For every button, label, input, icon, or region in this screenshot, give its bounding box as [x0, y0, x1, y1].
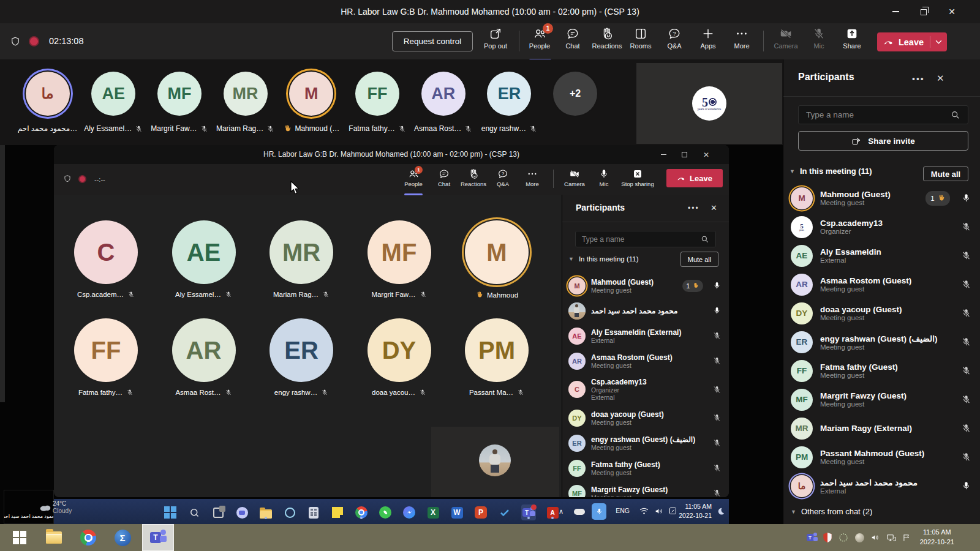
self-video-tile[interactable]: [431, 427, 559, 497]
weather-widget[interactable]: 24°C Cloudy: [53, 500, 72, 515]
mic-button[interactable]: Mic: [802, 27, 835, 58]
search-input[interactable]: Type a name: [798, 105, 968, 124]
mute-all-button[interactable]: Mute all: [923, 167, 968, 181]
speaker-icon[interactable]: [654, 506, 664, 516]
shared-chat-button[interactable]: Chat: [429, 168, 459, 194]
filmstrip-participant[interactable]: MF Margrit Faw…: [146, 63, 212, 141]
participant-row[interactable]: MMahmoud (Guest)Meeting guest1: [562, 273, 729, 298]
sticky-notes-icon[interactable]: [330, 504, 345, 520]
teams-icon[interactable]: T: [521, 504, 536, 520]
filmstrip-participant[interactable]: M Mahmoud (…: [279, 63, 344, 141]
mic-off-icon[interactable]: [961, 452, 971, 462]
chrome-icon[interactable]: [354, 504, 369, 520]
rooms-button[interactable]: Rooms: [624, 27, 657, 58]
mic-on-icon[interactable]: [712, 281, 722, 290]
mic-off-icon[interactable]: [712, 489, 722, 497]
tray-volume-icon[interactable]: [867, 524, 883, 551]
shared-leave-button[interactable]: Leave: [666, 169, 723, 187]
teams-button-active[interactable]: T: [142, 524, 174, 551]
filmstrip-participant[interactable]: +2: [543, 63, 608, 141]
shared-maximize-button[interactable]: [674, 145, 695, 164]
pen-icon[interactable]: [668, 506, 677, 515]
mic-off-icon[interactable]: [712, 413, 722, 422]
taskbar-clock[interactable]: 11:05 AM 2022-10-21: [920, 527, 954, 547]
grid-participant-tile[interactable]: C Csp.academ…: [60, 220, 152, 298]
whatsapp-icon[interactable]: [378, 504, 393, 520]
participant-row[interactable]: DYdoaa yacoup (Guest)Meeting guest: [562, 405, 729, 430]
cortana-icon[interactable]: [282, 504, 297, 520]
grid-participant-tile[interactable]: AR Asmaa Rost…: [158, 318, 250, 396]
participant-row[interactable]: DYdoaa yacoup (Guest)Meeting guest: [783, 299, 980, 328]
close-button[interactable]: ✕: [938, 0, 966, 23]
mic-off-icon[interactable]: [961, 308, 971, 318]
shared-reactions-button[interactable]: Reactions: [458, 168, 489, 194]
participant-row[interactable]: ARAsmaa Rostom (Guest)Meeting guest: [562, 348, 729, 373]
chrome-button[interactable]: [74, 524, 103, 551]
participant-row[interactable]: AEAly EssameldinExternal: [783, 241, 980, 270]
more-button[interactable]: More: [725, 27, 758, 58]
participant-row[interactable]: مامحمود محمد احمد سيد احمدExternal: [783, 471, 980, 500]
panel-more-icon[interactable]: •••: [688, 204, 699, 212]
math-app-button[interactable]: Σ: [108, 524, 137, 551]
mic-on-icon[interactable]: [712, 306, 722, 315]
in-meeting-section[interactable]: ▼ In this meeting (11): [790, 167, 872, 176]
mic-off-icon[interactable]: [712, 331, 722, 340]
tray-sync-icon[interactable]: [835, 524, 851, 551]
minimize-button[interactable]: [881, 0, 910, 23]
participant-row[interactable]: FFFatma fathy (Guest)Meeting guest: [783, 356, 980, 385]
participant-row[interactable]: MFMargrit Fawzy (Guest)Meeting guest: [562, 481, 729, 497]
restore-button[interactable]: [910, 0, 938, 23]
file-explorer-button[interactable]: [39, 524, 69, 551]
participant-row[interactable]: ERengy rashwan (Guest) (الضيف)Meeting gu…: [783, 328, 980, 356]
file-explorer-icon[interactable]: [258, 504, 273, 520]
participant-row[interactable]: ARAsmaa Rostom (Guest)Meeting guest: [783, 270, 980, 299]
participant-row[interactable]: محمود محمد احمد سيد احمد: [562, 298, 729, 323]
filmstrip-participant[interactable]: ER engy rashw…: [477, 63, 542, 141]
leave-options-chevron[interactable]: [930, 40, 947, 44]
tray-antivirus-icon[interactable]: [820, 524, 835, 551]
language-indicator[interactable]: ENG: [616, 507, 630, 514]
stop-sharing-button[interactable]: Stop sharing: [618, 168, 657, 194]
grid-participant-tile[interactable]: ER engy rashw…: [255, 318, 347, 396]
share-invite-button[interactable]: Share invite: [798, 131, 968, 151]
search-input[interactable]: Type a name: [575, 231, 716, 247]
leave-button[interactable]: Leave: [877, 32, 947, 51]
request-control-button[interactable]: Request control: [392, 31, 473, 51]
mic-in-use-indicator[interactable]: [592, 503, 606, 520]
shared-close-button[interactable]: ✕: [696, 145, 717, 164]
mic-off-icon[interactable]: [712, 438, 722, 448]
chat-button[interactable]: Chat: [556, 27, 589, 58]
teams-chat-icon[interactable]: [235, 504, 249, 520]
mic-off-icon[interactable]: [961, 394, 971, 405]
filmstrip-participant[interactable]: AE Aly Essamel…: [81, 63, 146, 141]
search-icon[interactable]: [187, 504, 202, 520]
tray-network-icon[interactable]: [883, 524, 899, 551]
participant-row[interactable]: PMPassant Mahmoud (Guest)Meeting guest: [783, 443, 980, 471]
grid-participant-tile[interactable]: M Mahmoud: [451, 220, 543, 299]
filmstrip-participant[interactable]: ما محمود محمد احم…: [15, 63, 80, 141]
mic-on-icon[interactable]: [961, 481, 971, 491]
start-button[interactable]: [5, 524, 34, 551]
wifi-icon[interactable]: [639, 507, 649, 515]
acrobat-icon[interactable]: A: [545, 504, 560, 520]
onedrive-cloud-icon[interactable]: [574, 509, 585, 515]
in-meeting-section[interactable]: ▼ In this meeting (11): [568, 255, 639, 263]
shared-people-button[interactable]: People 1: [398, 168, 429, 194]
mic-off-icon[interactable]: [961, 250, 971, 261]
task-view-icon[interactable]: [211, 504, 225, 520]
panel-more-icon[interactable]: •••: [912, 74, 925, 84]
shared-mic-button[interactable]: Mic: [589, 168, 619, 194]
grid-participant-tile[interactable]: AE Aly Essamel…: [158, 220, 250, 298]
mic-off-icon[interactable]: [712, 356, 722, 365]
powerpoint-icon[interactable]: P: [473, 504, 488, 520]
apps-button[interactable]: Apps: [692, 27, 725, 58]
tray-chevron-icon[interactable]: ∧: [559, 508, 564, 515]
filmstrip-participant[interactable]: AR Asmaa Rost…: [410, 63, 476, 141]
mic-off-icon[interactable]: [961, 279, 971, 290]
qa-button[interactable]: ? Q&A: [658, 27, 691, 58]
participant-row[interactable]: CCsp.academy13OrganizerExternal: [562, 373, 729, 405]
mic-off-icon[interactable]: [961, 423, 971, 433]
shared-minimize-button[interactable]: [653, 145, 674, 164]
mic-off-icon[interactable]: [961, 365, 971, 376]
calculator-icon[interactable]: [306, 504, 321, 520]
